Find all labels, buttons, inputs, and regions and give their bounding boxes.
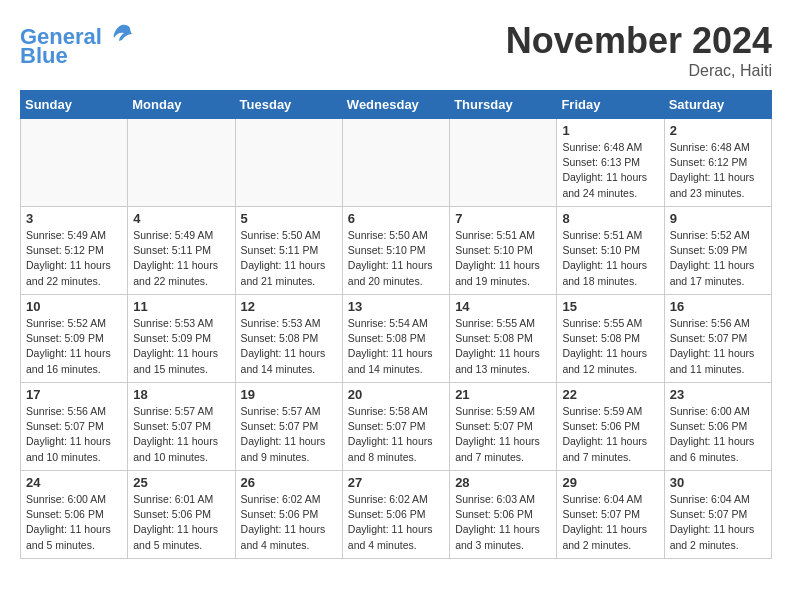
column-header-monday: Monday <box>128 91 235 119</box>
calendar-cell: 10Sunrise: 5:52 AM Sunset: 5:09 PM Dayli… <box>21 295 128 383</box>
calendar-cell: 15Sunrise: 5:55 AM Sunset: 5:08 PM Dayli… <box>557 295 664 383</box>
calendar-cell: 7Sunrise: 5:51 AM Sunset: 5:10 PM Daylig… <box>450 207 557 295</box>
day-number: 21 <box>455 387 551 402</box>
calendar-cell: 20Sunrise: 5:58 AM Sunset: 5:07 PM Dayli… <box>342 383 449 471</box>
day-number: 16 <box>670 299 766 314</box>
calendar-week-row: 3Sunrise: 5:49 AM Sunset: 5:12 PM Daylig… <box>21 207 772 295</box>
calendar-cell: 8Sunrise: 5:51 AM Sunset: 5:10 PM Daylig… <box>557 207 664 295</box>
day-info: Sunrise: 6:02 AM Sunset: 5:06 PM Dayligh… <box>241 492 337 553</box>
day-number: 22 <box>562 387 658 402</box>
month-title: November 2024 <box>506 20 772 62</box>
calendar-cell <box>21 119 128 207</box>
calendar-cell: 6Sunrise: 5:50 AM Sunset: 5:10 PM Daylig… <box>342 207 449 295</box>
column-header-thursday: Thursday <box>450 91 557 119</box>
calendar-cell: 26Sunrise: 6:02 AM Sunset: 5:06 PM Dayli… <box>235 471 342 559</box>
calendar-cell: 4Sunrise: 5:49 AM Sunset: 5:11 PM Daylig… <box>128 207 235 295</box>
day-number: 25 <box>133 475 229 490</box>
day-info: Sunrise: 5:56 AM Sunset: 5:07 PM Dayligh… <box>670 316 766 377</box>
calendar-cell: 2Sunrise: 6:48 AM Sunset: 6:12 PM Daylig… <box>664 119 771 207</box>
day-info: Sunrise: 5:49 AM Sunset: 5:12 PM Dayligh… <box>26 228 122 289</box>
calendar-cell: 29Sunrise: 6:04 AM Sunset: 5:07 PM Dayli… <box>557 471 664 559</box>
day-info: Sunrise: 5:53 AM Sunset: 5:08 PM Dayligh… <box>241 316 337 377</box>
calendar-cell: 17Sunrise: 5:56 AM Sunset: 5:07 PM Dayli… <box>21 383 128 471</box>
calendar-cell: 28Sunrise: 6:03 AM Sunset: 5:06 PM Dayli… <box>450 471 557 559</box>
day-number: 26 <box>241 475 337 490</box>
day-info: Sunrise: 6:04 AM Sunset: 5:07 PM Dayligh… <box>670 492 766 553</box>
day-info: Sunrise: 5:55 AM Sunset: 5:08 PM Dayligh… <box>455 316 551 377</box>
column-header-friday: Friday <box>557 91 664 119</box>
day-number: 30 <box>670 475 766 490</box>
calendar-cell: 25Sunrise: 6:01 AM Sunset: 5:06 PM Dayli… <box>128 471 235 559</box>
day-info: Sunrise: 5:52 AM Sunset: 5:09 PM Dayligh… <box>670 228 766 289</box>
calendar-cell: 1Sunrise: 6:48 AM Sunset: 6:13 PM Daylig… <box>557 119 664 207</box>
calendar-cell: 12Sunrise: 5:53 AM Sunset: 5:08 PM Dayli… <box>235 295 342 383</box>
calendar-cell: 9Sunrise: 5:52 AM Sunset: 5:09 PM Daylig… <box>664 207 771 295</box>
day-info: Sunrise: 6:02 AM Sunset: 5:06 PM Dayligh… <box>348 492 444 553</box>
calendar-table: SundayMondayTuesdayWednesdayThursdayFrid… <box>20 90 772 559</box>
calendar-cell: 3Sunrise: 5:49 AM Sunset: 5:12 PM Daylig… <box>21 207 128 295</box>
day-number: 24 <box>26 475 122 490</box>
day-info: Sunrise: 6:03 AM Sunset: 5:06 PM Dayligh… <box>455 492 551 553</box>
logo-bird-icon <box>110 20 134 44</box>
calendar-cell <box>235 119 342 207</box>
calendar-cell <box>128 119 235 207</box>
calendar-cell <box>342 119 449 207</box>
calendar-cell <box>450 119 557 207</box>
day-number: 4 <box>133 211 229 226</box>
day-info: Sunrise: 5:50 AM Sunset: 5:10 PM Dayligh… <box>348 228 444 289</box>
day-info: Sunrise: 5:54 AM Sunset: 5:08 PM Dayligh… <box>348 316 444 377</box>
day-number: 6 <box>348 211 444 226</box>
day-number: 11 <box>133 299 229 314</box>
calendar-cell: 21Sunrise: 5:59 AM Sunset: 5:07 PM Dayli… <box>450 383 557 471</box>
day-number: 18 <box>133 387 229 402</box>
day-number: 28 <box>455 475 551 490</box>
day-info: Sunrise: 5:53 AM Sunset: 5:09 PM Dayligh… <box>133 316 229 377</box>
column-header-tuesday: Tuesday <box>235 91 342 119</box>
day-info: Sunrise: 5:58 AM Sunset: 5:07 PM Dayligh… <box>348 404 444 465</box>
day-info: Sunrise: 5:56 AM Sunset: 5:07 PM Dayligh… <box>26 404 122 465</box>
day-info: Sunrise: 5:57 AM Sunset: 5:07 PM Dayligh… <box>241 404 337 465</box>
calendar-cell: 24Sunrise: 6:00 AM Sunset: 5:06 PM Dayli… <box>21 471 128 559</box>
day-info: Sunrise: 5:51 AM Sunset: 5:10 PM Dayligh… <box>455 228 551 289</box>
day-info: Sunrise: 6:48 AM Sunset: 6:13 PM Dayligh… <box>562 140 658 201</box>
day-info: Sunrise: 6:00 AM Sunset: 5:06 PM Dayligh… <box>670 404 766 465</box>
calendar-cell: 30Sunrise: 6:04 AM Sunset: 5:07 PM Dayli… <box>664 471 771 559</box>
day-number: 12 <box>241 299 337 314</box>
calendar-week-row: 24Sunrise: 6:00 AM Sunset: 5:06 PM Dayli… <box>21 471 772 559</box>
title-area: November 2024 Derac, Haiti <box>506 20 772 80</box>
logo: General Blue <box>20 20 134 69</box>
day-number: 19 <box>241 387 337 402</box>
day-number: 14 <box>455 299 551 314</box>
day-info: Sunrise: 5:55 AM Sunset: 5:08 PM Dayligh… <box>562 316 658 377</box>
day-info: Sunrise: 6:00 AM Sunset: 5:06 PM Dayligh… <box>26 492 122 553</box>
day-number: 7 <box>455 211 551 226</box>
day-number: 8 <box>562 211 658 226</box>
calendar-cell: 23Sunrise: 6:00 AM Sunset: 5:06 PM Dayli… <box>664 383 771 471</box>
column-header-sunday: Sunday <box>21 91 128 119</box>
day-number: 10 <box>26 299 122 314</box>
location: Derac, Haiti <box>506 62 772 80</box>
day-number: 27 <box>348 475 444 490</box>
calendar-cell: 22Sunrise: 5:59 AM Sunset: 5:06 PM Dayli… <box>557 383 664 471</box>
day-number: 1 <box>562 123 658 138</box>
calendar-cell: 13Sunrise: 5:54 AM Sunset: 5:08 PM Dayli… <box>342 295 449 383</box>
page-header: General Blue November 2024 Derac, Haiti <box>20 20 772 80</box>
calendar-cell: 27Sunrise: 6:02 AM Sunset: 5:06 PM Dayli… <box>342 471 449 559</box>
calendar-cell: 19Sunrise: 5:57 AM Sunset: 5:07 PM Dayli… <box>235 383 342 471</box>
day-number: 17 <box>26 387 122 402</box>
column-header-wednesday: Wednesday <box>342 91 449 119</box>
day-number: 5 <box>241 211 337 226</box>
day-info: Sunrise: 5:51 AM Sunset: 5:10 PM Dayligh… <box>562 228 658 289</box>
day-info: Sunrise: 5:59 AM Sunset: 5:07 PM Dayligh… <box>455 404 551 465</box>
day-info: Sunrise: 5:57 AM Sunset: 5:07 PM Dayligh… <box>133 404 229 465</box>
calendar-header-row: SundayMondayTuesdayWednesdayThursdayFrid… <box>21 91 772 119</box>
calendar-cell: 18Sunrise: 5:57 AM Sunset: 5:07 PM Dayli… <box>128 383 235 471</box>
day-info: Sunrise: 5:50 AM Sunset: 5:11 PM Dayligh… <box>241 228 337 289</box>
day-info: Sunrise: 6:48 AM Sunset: 6:12 PM Dayligh… <box>670 140 766 201</box>
calendar-cell: 16Sunrise: 5:56 AM Sunset: 5:07 PM Dayli… <box>664 295 771 383</box>
calendar-cell: 11Sunrise: 5:53 AM Sunset: 5:09 PM Dayli… <box>128 295 235 383</box>
day-number: 15 <box>562 299 658 314</box>
column-header-saturday: Saturday <box>664 91 771 119</box>
day-number: 20 <box>348 387 444 402</box>
day-number: 9 <box>670 211 766 226</box>
